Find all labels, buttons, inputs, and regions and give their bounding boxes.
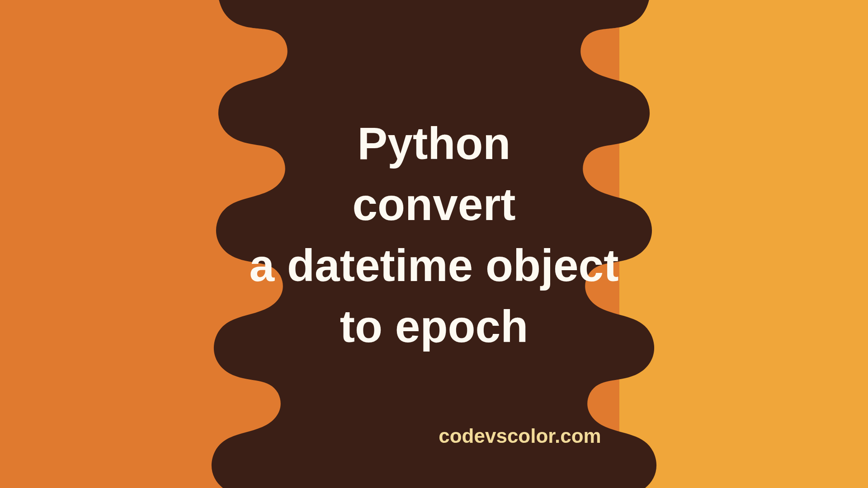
footer-credit: codevscolor.com: [0, 425, 868, 447]
title-line-3: a datetime object: [250, 235, 619, 296]
title-block: Python convert a datetime object to epoc…: [0, 0, 868, 488]
title-line-2: convert: [250, 174, 619, 235]
banner-canvas: Python convert a datetime object to epoc…: [0, 0, 868, 488]
title-line-1: Python: [250, 113, 619, 174]
banner-title: Python convert a datetime object to epoc…: [250, 113, 619, 357]
title-line-4: to epoch: [250, 296, 619, 357]
